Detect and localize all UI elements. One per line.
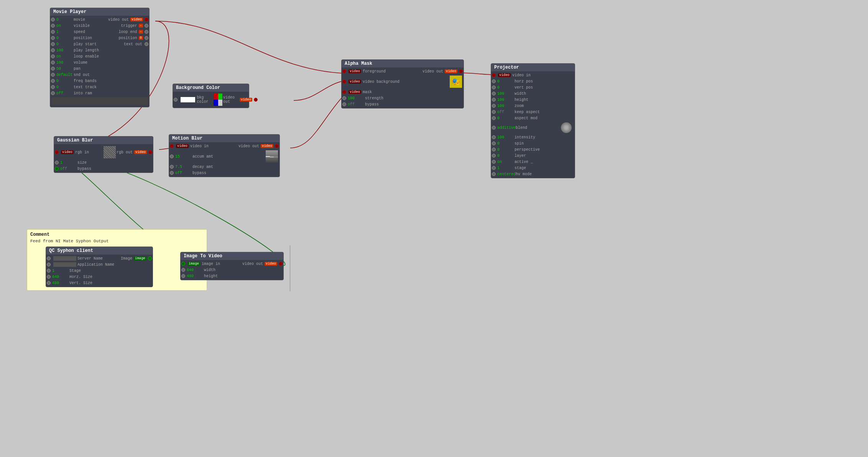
node-row: 100 height xyxy=(491,97,575,103)
port-in[interactable] xyxy=(51,67,55,71)
port-out-image[interactable] xyxy=(148,256,152,260)
port-in[interactable] xyxy=(170,144,174,148)
node-row: 0 vert pos xyxy=(491,84,575,90)
movie-player-body: 0 movie video out video on visible trigg… xyxy=(50,16,149,107)
port-in[interactable] xyxy=(492,135,496,139)
port-in[interactable] xyxy=(492,79,496,83)
port-in[interactable] xyxy=(342,90,346,94)
port-in[interactable] xyxy=(181,268,185,272)
port-out-video[interactable] xyxy=(279,262,283,266)
port-in[interactable] xyxy=(51,24,55,28)
port-in[interactable] xyxy=(492,141,496,145)
active-label: active _ xyxy=(515,160,533,164)
port-in[interactable] xyxy=(47,256,51,260)
app-name-input[interactable] xyxy=(53,262,76,267)
port-in[interactable] xyxy=(342,96,346,100)
port-in[interactable] xyxy=(51,48,55,52)
port-in[interactable] xyxy=(51,42,55,46)
port-in[interactable] xyxy=(170,171,174,175)
port-in-image[interactable] xyxy=(181,262,185,266)
port-in[interactable] xyxy=(47,269,51,273)
node-row: 0 play start text out xyxy=(50,41,149,47)
color-input[interactable] xyxy=(181,97,195,102)
port-in[interactable] xyxy=(51,61,55,64)
port-in[interactable] xyxy=(492,92,496,95)
port-in[interactable] xyxy=(342,102,346,106)
node-row: 100 width xyxy=(491,90,575,97)
node-row: video video in video out video xyxy=(169,143,279,149)
port-in[interactable] xyxy=(492,110,496,114)
port-in[interactable] xyxy=(47,275,51,279)
port-in[interactable] xyxy=(492,148,496,151)
port-out-video[interactable] xyxy=(459,69,463,73)
port-in[interactable] xyxy=(492,98,496,102)
node-row: video foreground video out video xyxy=(342,68,464,74)
port-in[interactable] xyxy=(55,167,59,171)
background-color-body: bkg color video out video xyxy=(173,92,249,108)
node-row: video video background 🎭 xyxy=(342,74,464,89)
port-in[interactable] xyxy=(51,54,55,58)
port-out[interactable] xyxy=(145,30,148,34)
comment-title: Comment xyxy=(30,232,204,237)
node-row: off bypass xyxy=(169,170,279,176)
port-in[interactable] xyxy=(181,274,185,278)
port-out[interactable] xyxy=(145,42,148,46)
node-row: 640 Horz. Size xyxy=(46,274,153,280)
port-in[interactable] xyxy=(342,80,346,84)
node-row: 0 perspective xyxy=(491,146,575,153)
port-in[interactable] xyxy=(492,126,496,130)
port-in[interactable] xyxy=(492,85,496,89)
divider-line xyxy=(290,245,290,291)
port-in[interactable] xyxy=(492,73,496,77)
node-row: default snd out xyxy=(50,72,149,78)
node-row: 0 text track xyxy=(50,84,149,90)
port-in[interactable] xyxy=(51,36,55,40)
port-in[interactable] xyxy=(55,150,59,154)
port-in[interactable] xyxy=(51,79,55,83)
port-in[interactable] xyxy=(51,85,55,89)
port-out[interactable] xyxy=(145,24,148,28)
gaussian-blur-node: Gaussian Blur video rgb in rgb out video… xyxy=(54,136,153,173)
node-row: 0 layer xyxy=(491,153,575,159)
port-in[interactable] xyxy=(51,18,55,21)
node-row: 15 accum amt xyxy=(169,149,279,164)
port-in[interactable] xyxy=(492,166,496,170)
node-row: 1 size xyxy=(54,159,153,166)
qc-syphon-title: QC Syphon client xyxy=(46,247,153,255)
background-color-title: Background Color xyxy=(173,84,249,92)
port-in[interactable] xyxy=(47,281,51,285)
node-row: 640 width xyxy=(181,267,283,273)
node-row: 1 speed loop end - xyxy=(50,29,149,35)
qc-syphon-node: QC Syphon client Server Name Image image xyxy=(46,247,153,287)
port-in[interactable] xyxy=(342,69,346,73)
port-in[interactable] xyxy=(55,161,59,164)
movie-player-title: Movie Player xyxy=(50,8,149,16)
port-in[interactable] xyxy=(174,98,178,102)
image-to-video-title: Image To Video xyxy=(181,252,283,260)
server-name-input[interactable] xyxy=(53,256,76,261)
port-in[interactable] xyxy=(170,165,174,169)
background-color-node: Background Color bkg color video out vid… xyxy=(173,84,249,108)
port-out-video[interactable] xyxy=(148,150,152,154)
port-in[interactable] xyxy=(492,160,496,164)
node-row: 50 pan xyxy=(50,66,149,72)
port-out[interactable] xyxy=(145,36,148,40)
port-in[interactable] xyxy=(47,263,51,266)
port-in[interactable] xyxy=(492,172,496,176)
port-out-video[interactable] xyxy=(275,144,279,148)
node-row: 480 height xyxy=(181,273,283,279)
port-in[interactable] xyxy=(51,91,55,95)
port-out-video[interactable] xyxy=(145,18,148,21)
node-row: 1 stage xyxy=(491,165,575,171)
port-in[interactable] xyxy=(51,73,55,77)
port-in[interactable] xyxy=(492,116,496,120)
qc-syphon-body: Server Name Image image Application Name xyxy=(46,255,153,287)
port-in[interactable] xyxy=(492,104,496,108)
node-row: on active _ xyxy=(491,159,575,165)
port-out-video[interactable] xyxy=(254,98,258,102)
motion-blur-preview xyxy=(266,150,278,163)
port-in[interactable] xyxy=(51,30,55,34)
port-in[interactable] xyxy=(492,154,496,158)
node-row: 0 movie video out video xyxy=(50,16,149,23)
port-in[interactable] xyxy=(170,155,174,158)
